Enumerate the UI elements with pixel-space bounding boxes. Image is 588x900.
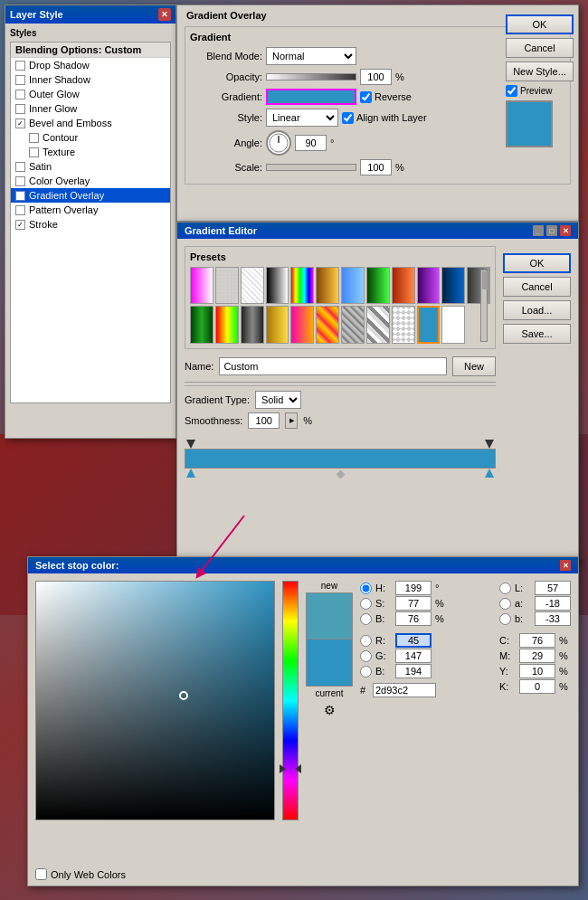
b3-radio[interactable] bbox=[499, 613, 511, 625]
inner-shadow-item[interactable]: Inner Shadow bbox=[11, 72, 170, 87]
inner-shadow-checkbox[interactable] bbox=[15, 75, 25, 85]
layer-style-titlebar[interactable]: Layer Style ✕ bbox=[5, 5, 175, 24]
bottom-stop-right[interactable] bbox=[485, 469, 494, 478]
preset-item[interactable] bbox=[241, 306, 264, 345]
blend-mode-select[interactable]: Normal bbox=[266, 47, 356, 65]
contour-checkbox[interactable] bbox=[29, 133, 39, 143]
y-input[interactable] bbox=[519, 664, 555, 678]
gradient-editor-titlebar[interactable]: Gradient Editor _ □ ✕ bbox=[177, 223, 578, 239]
preset-item[interactable] bbox=[441, 267, 465, 304]
drop-shadow-item[interactable]: Drop Shadow bbox=[11, 58, 170, 72]
style-select[interactable]: Linear bbox=[266, 109, 338, 127]
gradient-preview-swatch[interactable] bbox=[266, 89, 356, 105]
preset-item[interactable] bbox=[366, 267, 390, 304]
preset-item[interactable] bbox=[266, 306, 289, 345]
preset-item[interactable] bbox=[190, 267, 213, 304]
pattern-overlay-checkbox[interactable] bbox=[15, 205, 25, 215]
ge-ok-button[interactable]: OK bbox=[503, 253, 571, 273]
c-input[interactable] bbox=[519, 633, 555, 648]
g-radio[interactable] bbox=[360, 650, 372, 662]
outer-glow-item[interactable]: Outer Glow bbox=[11, 87, 170, 101]
layer-style-close-button[interactable]: ✕ bbox=[158, 8, 171, 21]
s-radio[interactable] bbox=[360, 598, 372, 610]
ssc-close-button[interactable]: ✕ bbox=[560, 560, 571, 571]
new-gradient-button[interactable]: New bbox=[452, 356, 496, 376]
scroll-thumb[interactable] bbox=[482, 271, 488, 289]
preset-item[interactable] bbox=[215, 267, 239, 304]
drop-shadow-checkbox[interactable] bbox=[15, 61, 25, 71]
preset-item[interactable] bbox=[366, 306, 390, 345]
blending-options-item[interactable]: Blending Options: Custom bbox=[11, 43, 170, 58]
b3-input[interactable] bbox=[535, 611, 571, 626]
hex-input[interactable] bbox=[373, 683, 436, 697]
bevel-emboss-checkbox[interactable]: ✓ bbox=[15, 118, 25, 128]
select-color-titlebar[interactable]: Select stop color: ✕ bbox=[28, 557, 578, 573]
gradient-bar[interactable] bbox=[185, 449, 496, 469]
ge-cancel-button[interactable]: Cancel bbox=[503, 277, 571, 297]
b-input[interactable] bbox=[395, 611, 432, 626]
satin-checkbox[interactable] bbox=[15, 162, 25, 172]
preset-item[interactable] bbox=[241, 267, 264, 304]
satin-item[interactable]: Satin bbox=[11, 159, 170, 174]
preview-checkbox-label[interactable]: Preview bbox=[506, 85, 574, 97]
inner-glow-checkbox[interactable] bbox=[15, 104, 25, 114]
preset-item-selected[interactable] bbox=[417, 306, 441, 345]
color-overlay-checkbox[interactable] bbox=[15, 176, 25, 186]
presets-scrollbar[interactable] bbox=[480, 270, 488, 342]
smoothness-stepper[interactable]: ▶ bbox=[285, 412, 298, 429]
align-layer-label[interactable]: Align with Layer bbox=[342, 112, 427, 124]
ge-close-button[interactable]: ✕ bbox=[560, 225, 571, 236]
preview-checkbox[interactable] bbox=[506, 85, 517, 97]
stroke-checkbox[interactable]: ✓ bbox=[15, 220, 25, 230]
color-cursor[interactable] bbox=[179, 691, 188, 700]
preset-item[interactable] bbox=[417, 267, 441, 304]
preset-item[interactable] bbox=[290, 306, 314, 345]
stroke-item[interactable]: ✓ Stroke bbox=[11, 217, 170, 232]
preset-item[interactable] bbox=[316, 267, 339, 304]
outer-glow-checkbox[interactable] bbox=[15, 90, 25, 99]
preset-item[interactable] bbox=[441, 306, 465, 345]
b2-input[interactable] bbox=[395, 664, 432, 678]
preset-item[interactable] bbox=[341, 306, 365, 345]
ok-button[interactable]: OK bbox=[506, 14, 574, 34]
h-radio[interactable] bbox=[360, 583, 372, 594]
top-stop-right[interactable] bbox=[485, 440, 494, 449]
bevel-emboss-item[interactable]: ✓ Bevel and Emboss bbox=[11, 116, 170, 130]
gradient-overlay-item[interactable]: ✓ Gradient Overlay bbox=[11, 188, 170, 203]
opacity-input[interactable] bbox=[360, 69, 392, 85]
scale-slider[interactable] bbox=[266, 164, 356, 171]
contour-item[interactable]: Contour bbox=[11, 130, 170, 145]
hue-slider[interactable] bbox=[282, 581, 299, 820]
pattern-overlay-item[interactable]: Pattern Overlay bbox=[11, 203, 170, 217]
preset-item[interactable] bbox=[392, 267, 415, 304]
gradient-type-select[interactable]: Solid bbox=[255, 391, 301, 409]
color-field[interactable] bbox=[35, 581, 275, 820]
smoothness-input[interactable] bbox=[248, 412, 280, 429]
preset-item[interactable] bbox=[190, 306, 213, 345]
preset-item[interactable] bbox=[392, 306, 415, 345]
preset-item[interactable] bbox=[290, 267, 314, 304]
ge-load-button[interactable]: Load... bbox=[503, 300, 571, 320]
k-input[interactable] bbox=[519, 679, 555, 694]
l-radio[interactable] bbox=[499, 583, 511, 594]
angle-input[interactable] bbox=[295, 135, 327, 151]
angle-dial[interactable] bbox=[266, 130, 291, 156]
inner-glow-item[interactable]: Inner Glow bbox=[11, 101, 170, 116]
bottom-stop-left[interactable] bbox=[186, 469, 195, 478]
name-input[interactable] bbox=[219, 357, 447, 375]
b-radio[interactable] bbox=[360, 613, 372, 625]
r-input[interactable] bbox=[395, 633, 432, 648]
opacity-slider[interactable] bbox=[266, 73, 356, 81]
align-layer-checkbox[interactable] bbox=[342, 112, 354, 124]
scale-input[interactable] bbox=[360, 159, 392, 175]
m-input[interactable] bbox=[519, 649, 555, 663]
a-radio[interactable] bbox=[499, 598, 511, 610]
s-input[interactable] bbox=[395, 596, 432, 611]
cancel-button[interactable]: Cancel bbox=[506, 38, 574, 58]
ge-save-button[interactable]: Save... bbox=[503, 324, 571, 344]
texture-checkbox[interactable] bbox=[29, 147, 39, 157]
preset-item[interactable] bbox=[316, 306, 339, 345]
l-input[interactable] bbox=[535, 581, 571, 595]
preset-item[interactable] bbox=[215, 306, 239, 345]
color-overlay-item[interactable]: Color Overlay bbox=[11, 174, 170, 188]
